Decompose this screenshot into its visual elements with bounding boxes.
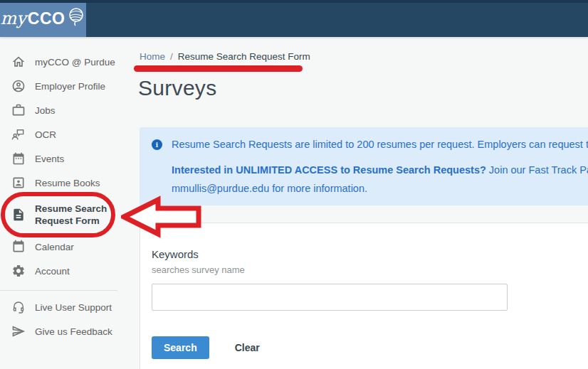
document-icon: [11, 208, 26, 222]
gear-icon: [11, 264, 26, 278]
sidebar-item-label: Jobs: [35, 105, 56, 117]
breadcrumb-home-link[interactable]: Home: [140, 51, 165, 62]
sidebar-item-resume-books[interactable]: Resume Books: [0, 171, 128, 195]
page-title: Surveys: [138, 76, 216, 100]
survey-search-card: Keywords searches survey name Search Cle…: [140, 223, 588, 369]
sidebar-item-label: Live User Support: [35, 301, 112, 314]
sidebar-item-mycco-purdue[interactable]: myCCO @ Purdue: [0, 50, 128, 74]
keywords-help-text: searches survey name: [152, 264, 588, 275]
sidebar-item-label: myCCO @ Purdue: [35, 56, 115, 68]
info-line-3: mmullis@purdue.edu for more information.: [172, 179, 588, 198]
search-button[interactable]: Search: [152, 336, 209, 359]
person-chat-icon: [11, 127, 26, 141]
sidebar-item-label: Employer Profile: [35, 80, 105, 92]
navbar-top-edge: [0, 0, 588, 3]
form-actions: Search Clear: [152, 336, 588, 359]
keywords-label: Keywords: [152, 248, 588, 260]
sidebar-item-live-user-support[interactable]: Live User Support: [0, 295, 128, 319]
sidebar-item-resume-search-request-form[interactable]: Resume Search Request Form: [0, 195, 128, 235]
info-alert: i Resume Search Requests are limited to …: [140, 127, 588, 205]
sidebar-item-label: OCR: [35, 129, 56, 141]
account-circle-icon: [11, 79, 26, 93]
breadcrumb: Home / Resume Search Request Form: [140, 51, 310, 62]
logo-text-my: my: [1, 9, 26, 28]
swirl-globe-icon: [67, 7, 85, 30]
sidebar-divider: [0, 290, 117, 291]
info-line-2-bold: Interested in UNLIMITED ACCESS to Resume…: [172, 164, 486, 176]
info-line-2-rest: Join our Fast Track Partners P: [486, 164, 588, 176]
breadcrumb-current: Resume Search Request Form: [178, 51, 310, 62]
calendar-icon: [11, 240, 26, 254]
annotation-breadcrumb-underline: [134, 65, 303, 72]
mycco-logo[interactable]: my CCO: [0, 0, 86, 37]
info-icon: i: [152, 139, 162, 150]
sidebar-item-label: Resume Books: [35, 177, 100, 189]
logo-text-cco: CCO: [28, 9, 65, 28]
sidebar-item-employer-profile[interactable]: Employer Profile: [0, 74, 128, 98]
info-alert-text: Resume Search Requests are limited to 20…: [172, 138, 588, 205]
portrait-icon: [11, 176, 26, 190]
sidebar-item-give-us-feedback[interactable]: Give us Feedback: [0, 319, 128, 343]
home-icon: [11, 55, 26, 69]
sidebar-item-label: Give us Feedback: [35, 326, 112, 338]
sidebar-item-label: Events: [35, 153, 64, 165]
breadcrumb-separator: /: [170, 51, 173, 62]
top-navbar: my CCO: [0, 0, 588, 37]
sidebar-item-label: Account: [35, 265, 70, 277]
sidebar-item-label: Calendar: [35, 241, 74, 253]
sidebar-item-events[interactable]: Events: [0, 146, 128, 171]
keywords-input[interactable]: [152, 284, 508, 311]
calendar-range-icon: [11, 151, 26, 166]
sidebar-item-jobs[interactable]: Jobs: [0, 98, 128, 122]
sidebar-nav: myCCO @ Purdue Employer Profile Jobs OCR…: [0, 37, 128, 343]
headset-icon: [11, 300, 26, 314]
paper-plane-icon: [11, 324, 26, 338]
sidebar-item-ocr[interactable]: OCR: [0, 122, 128, 146]
briefcase-icon: [11, 103, 26, 117]
clear-button[interactable]: Clear: [235, 342, 260, 353]
info-line-1: Resume Search Requests are limited to 20…: [172, 138, 588, 151]
sidebar-item-calendar[interactable]: Calendar: [0, 235, 128, 259]
sidebar-item-label: Resume Search Request Form: [35, 203, 115, 227]
info-line-2: Interested in UNLIMITED ACCESS to Resume…: [172, 161, 588, 179]
sidebar-item-account[interactable]: Account: [0, 259, 128, 283]
